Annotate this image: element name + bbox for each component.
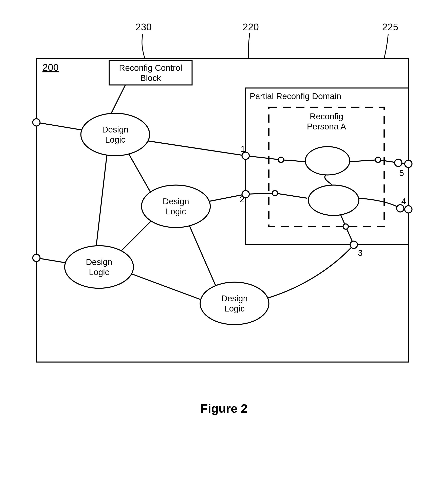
port-2-label: 2	[240, 195, 244, 204]
io-left-2	[33, 254, 40, 262]
design-logic-1: Design Logic	[81, 113, 149, 156]
svg-text:Logic: Logic	[224, 304, 245, 313]
io-left-1	[33, 119, 40, 126]
reconfig-control-block: Reconfig Control Block	[109, 61, 192, 85]
svg-text:Design: Design	[102, 125, 129, 134]
persona-port-mid-left	[272, 191, 278, 196]
svg-text:Logic: Logic	[89, 267, 109, 277]
ref-220: 220	[243, 22, 259, 32]
svg-point-32	[200, 282, 269, 325]
reconfig-persona-label-line1: Reconfig	[310, 112, 343, 121]
port-1-label: 1	[241, 144, 245, 153]
svg-point-23	[81, 113, 149, 156]
svg-point-35	[305, 147, 350, 175]
svg-point-29	[65, 246, 134, 288]
port-5-label: 5	[399, 168, 404, 178]
design-logic-4: Design Logic	[200, 282, 269, 325]
svg-text:Logic: Logic	[105, 135, 125, 145]
svg-point-26	[141, 185, 210, 228]
port-5	[395, 159, 402, 167]
io-right-2	[405, 206, 412, 213]
reconfig-persona-label-line2: Persona A	[307, 122, 346, 131]
svg-text:Design: Design	[221, 294, 248, 303]
persona-port-bottom	[343, 224, 348, 229]
svg-point-36	[308, 185, 359, 215]
partial-reconfig-domain-label: Partial Reconfig Domain	[250, 91, 341, 101]
design-logic-3: Design Logic	[65, 246, 134, 288]
persona-port-top-right	[375, 157, 381, 162]
svg-text:Design: Design	[163, 197, 189, 206]
persona-inner-ellipse-top	[305, 147, 350, 175]
ref-200: 200	[42, 62, 59, 73]
reconfig-control-label-line1: Reconfig Control	[119, 63, 182, 72]
port-3	[350, 241, 357, 248]
persona-port-top-left	[278, 157, 284, 162]
figure-caption: Figure 2	[200, 402, 247, 415]
port-4-label: 4	[401, 197, 406, 206]
svg-text:Design: Design	[86, 257, 112, 267]
persona-inner-ellipse-bottom	[308, 185, 359, 215]
design-logic-2: Design Logic	[141, 185, 210, 228]
port-3-label: 3	[358, 248, 362, 258]
ref-230: 230	[135, 22, 152, 32]
reconfig-control-label-line2: Block	[140, 73, 161, 83]
io-right-1	[405, 160, 412, 168]
ref-225: 225	[382, 22, 398, 32]
svg-text:Logic: Logic	[166, 207, 186, 216]
